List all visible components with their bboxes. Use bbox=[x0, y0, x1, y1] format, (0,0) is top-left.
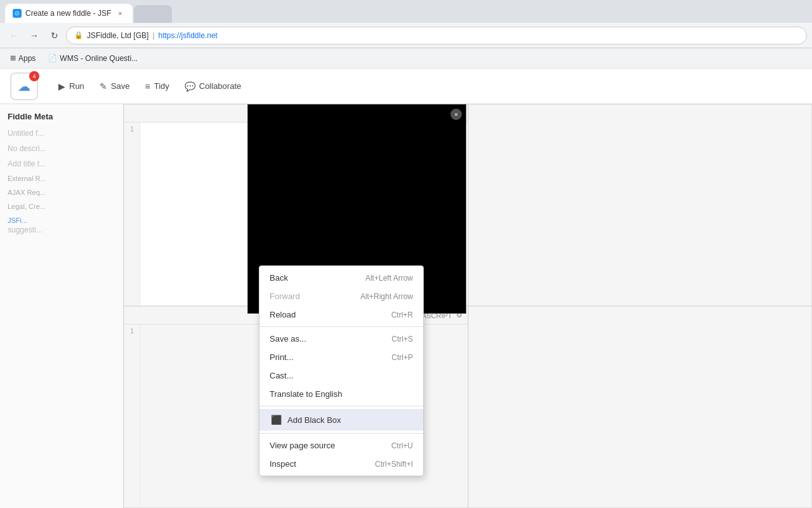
menu-item-label-inspect: Inspect bbox=[270, 459, 296, 469]
apps-grid-icon: ⊞ bbox=[10, 54, 16, 62]
run-icon: ▶ bbox=[58, 81, 65, 91]
address-url: https://jsfiddle.net bbox=[159, 31, 218, 40]
context-menu-item-cast[interactable]: Cast... bbox=[259, 366, 423, 385]
tidy-icon: ≡ bbox=[145, 81, 150, 91]
fiddle-meta-sidebar: Fiddle Meta Untitled f... No descri... A… bbox=[0, 104, 124, 508]
jsfiddle-link-field[interactable]: JSFi... suggesti... bbox=[8, 217, 115, 234]
forward-button[interactable]: → bbox=[25, 27, 43, 44]
menu-item-label-reload: Reload bbox=[270, 310, 296, 319]
menu-item-icon-add-black-box: ⬛ bbox=[270, 413, 282, 426]
menu-item-shortcut-forward: Alt+Right Arrow bbox=[360, 292, 413, 301]
run-button[interactable]: ▶ Run bbox=[51, 77, 92, 95]
notification-badge: 4 bbox=[29, 71, 39, 81]
menu-item-left-save-as: Save as... bbox=[270, 334, 306, 344]
editor-grid: HTML ⚙ 1 JAVASCRIPT ⚙ 1 × bbox=[124, 104, 812, 508]
js-line-1: 1 bbox=[130, 327, 134, 335]
js-line-numbers: 1 bbox=[124, 324, 140, 507]
context-menu-item-translate[interactable]: Translate to English bbox=[259, 385, 423, 403]
context-menu-item-add-black-box[interactable]: ⬛Add Black Box bbox=[259, 409, 423, 431]
menu-item-label-forward: Forward bbox=[270, 291, 300, 301]
context-menu-item-print[interactable]: Print...Ctrl+P bbox=[259, 348, 423, 366]
menu-item-left-add-black-box: ⬛Add Black Box bbox=[270, 413, 341, 426]
menu-item-shortcut-back: Alt+Left Arrow bbox=[365, 274, 413, 283]
address-divider: | bbox=[152, 31, 154, 40]
nav-bar: ← → ↻ 🔒 JSFiddle, Ltd [GB] | https://jsf… bbox=[0, 23, 812, 48]
context-menu-item-view-source[interactable]: View page sourceCtrl+U bbox=[259, 436, 423, 455]
legal-label: Legal, Cre... bbox=[8, 203, 115, 210]
run-label: Run bbox=[69, 81, 84, 91]
menu-item-label-back: Back bbox=[270, 273, 288, 283]
no-desc-value: No descri... bbox=[8, 144, 115, 153]
menu-item-shortcut-reload: Ctrl+R bbox=[391, 311, 413, 319]
context-menu-separator-3 bbox=[259, 326, 423, 327]
site-name: JSFiddle, Ltd [GB] bbox=[87, 31, 148, 40]
no-desc-field[interactable]: No descri... bbox=[8, 144, 115, 153]
menu-item-left-back: Back bbox=[270, 273, 288, 283]
menu-item-label-save-as: Save as... bbox=[270, 334, 306, 344]
cloud-icon: ☁ bbox=[18, 79, 30, 94]
bottom-right-pane bbox=[468, 306, 813, 508]
ajax-field[interactable]: AJAX Req... bbox=[8, 189, 115, 196]
fiddle-meta-title: Fiddle Meta bbox=[8, 112, 115, 121]
ajax-label: AJAX Req... bbox=[8, 189, 115, 196]
menu-item-left-reload: Reload bbox=[270, 310, 296, 319]
context-menu-item-forward: ForwardAlt+Right Arrow bbox=[259, 287, 423, 305]
menu-item-left-inspect: Inspect bbox=[270, 459, 296, 469]
menu-item-left-forward: Forward bbox=[270, 291, 300, 301]
external-resources-label: External R... bbox=[8, 175, 115, 182]
tidy-button[interactable]: ≡ Tidy bbox=[138, 77, 177, 95]
tidy-label: Tidy bbox=[154, 81, 169, 91]
bookmarks-bar: ⊞ Apps 📄 WMS - Online Questi... bbox=[0, 48, 812, 69]
add-title-field[interactable]: Add title t... bbox=[8, 159, 115, 168]
html-line-1: 1 bbox=[130, 125, 134, 133]
external-resources-field[interactable]: External R... bbox=[8, 175, 115, 182]
menu-item-shortcut-inspect: Ctrl+Shift+I bbox=[375, 460, 413, 469]
menu-item-label-add-black-box: Add Black Box bbox=[287, 415, 341, 425]
reload-button[interactable]: ↻ bbox=[46, 27, 63, 44]
save-label: Save bbox=[111, 81, 130, 91]
collaborate-button[interactable]: 💬 Collaborate bbox=[177, 77, 249, 95]
bookmark-apps[interactable]: ⊞ Apps bbox=[5, 53, 41, 64]
jsfiddle-header: ☁ 4 ▶ Run ✎ Save ≡ Tidy 💬 Collaborate bbox=[0, 69, 812, 104]
menu-item-left-translate: Translate to English bbox=[270, 389, 342, 399]
menu-item-label-view-source: View page source bbox=[270, 441, 335, 450]
save-icon: ✎ bbox=[100, 81, 107, 91]
menu-item-label-translate: Translate to English bbox=[270, 389, 342, 399]
html-line-numbers: 1 bbox=[124, 123, 140, 305]
context-menu: BackAlt+Left ArrowForwardAlt+Right Arrow… bbox=[259, 265, 424, 476]
lock-icon: 🔒 bbox=[74, 31, 83, 39]
menu-item-left-cast: Cast... bbox=[270, 371, 294, 380]
add-title-value: Add title t... bbox=[8, 159, 115, 168]
untitled-value: Untitled f... bbox=[8, 129, 115, 138]
blank-tab[interactable] bbox=[134, 5, 172, 23]
tab-bar: ⊙ Create a new fiddle - JSF × bbox=[0, 0, 812, 23]
back-button[interactable]: ← bbox=[5, 27, 23, 44]
menu-item-shortcut-view-source: Ctrl+U bbox=[391, 441, 413, 450]
jsfiddle-logo[interactable]: ☁ 4 bbox=[10, 72, 38, 100]
menu-item-left-view-source: View page source bbox=[270, 441, 335, 450]
tab-title: Create a new fiddle - JSF bbox=[25, 9, 111, 18]
context-menu-separator-10 bbox=[259, 433, 423, 434]
context-menu-item-inspect[interactable]: InspectCtrl+Shift+I bbox=[259, 455, 423, 473]
jsfiddle-link: JSFi... bbox=[8, 217, 115, 224]
legal-field[interactable]: Legal, Cre... bbox=[8, 203, 115, 210]
menu-item-label-print: Print... bbox=[270, 352, 294, 362]
untitled-field[interactable]: Untitled f... bbox=[8, 129, 115, 138]
doc-icon: 📄 bbox=[48, 54, 57, 62]
context-menu-item-reload[interactable]: ReloadCtrl+R bbox=[259, 305, 423, 324]
bookmark-apps-label: Apps bbox=[18, 54, 36, 63]
menu-item-shortcut-save-as: Ctrl+S bbox=[391, 335, 413, 344]
tab-close-button[interactable]: × bbox=[115, 8, 125, 18]
context-menu-item-save-as[interactable]: Save as...Ctrl+S bbox=[259, 330, 423, 348]
context-menu-separator-8 bbox=[259, 406, 423, 406]
save-button[interactable]: ✎ Save bbox=[92, 77, 138, 95]
menu-item-shortcut-print: Ctrl+P bbox=[391, 353, 413, 362]
top-right-pane bbox=[468, 104, 813, 306]
context-menu-item-back[interactable]: BackAlt+Left Arrow bbox=[259, 269, 423, 287]
black-box-close-button[interactable]: × bbox=[450, 109, 462, 120]
tab-favicon: ⊙ bbox=[13, 9, 22, 18]
bookmark-wms[interactable]: 📄 WMS - Online Questi... bbox=[43, 53, 143, 64]
active-tab[interactable]: ⊙ Create a new fiddle - JSF × bbox=[5, 4, 133, 23]
menu-item-left-print: Print... bbox=[270, 352, 294, 362]
address-bar[interactable]: 🔒 JSFiddle, Ltd [GB] | https://jsfiddle.… bbox=[66, 27, 807, 44]
